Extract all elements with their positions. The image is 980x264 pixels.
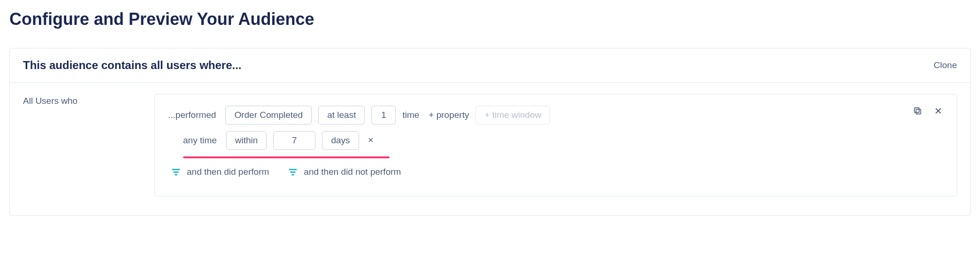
duplicate-icon[interactable] xyxy=(912,106,923,116)
add-property-button[interactable]: + property xyxy=(429,110,469,120)
highlight-underline xyxy=(183,156,390,158)
clone-button[interactable]: Clone xyxy=(934,60,957,70)
svg-rect-7 xyxy=(174,171,179,173)
page-title: Configure and Preview Your Audience xyxy=(9,9,971,29)
query-actions xyxy=(912,106,943,116)
svg-rect-9 xyxy=(289,169,297,171)
add-time-window-button[interactable]: + time window xyxy=(475,106,550,124)
count-input[interactable]: 1 xyxy=(371,106,396,124)
time-suffix-label: time xyxy=(402,110,419,120)
funnel-row: and then did perform and then did not pe… xyxy=(171,167,943,177)
svg-rect-11 xyxy=(292,174,295,176)
remove-time-window-icon[interactable] xyxy=(366,136,376,146)
within-select[interactable]: within xyxy=(226,131,267,150)
funnel-did-not-perform-label: and then did not perform xyxy=(304,167,401,177)
and-then-did-perform-button[interactable]: and then did perform xyxy=(171,167,269,177)
svg-rect-10 xyxy=(291,171,296,173)
performed-row: ...performed Order Completed at least 1 … xyxy=(168,106,943,124)
time-window-row: any time within 7 days xyxy=(168,131,943,150)
svg-rect-0 xyxy=(916,109,921,114)
close-icon[interactable] xyxy=(933,106,943,116)
query-box: ...performed Order Completed at least 1 … xyxy=(154,94,957,196)
time-value-input[interactable]: 7 xyxy=(273,131,315,150)
funnel-icon xyxy=(288,167,298,177)
svg-rect-1 xyxy=(914,108,919,112)
all-users-label: All Users who xyxy=(23,94,154,196)
event-select[interactable]: Order Completed xyxy=(225,106,312,124)
card-header: This audience contains all users where..… xyxy=(10,48,970,83)
any-time-label: any time xyxy=(183,135,217,146)
time-unit-select[interactable]: days xyxy=(322,131,359,150)
funnel-icon xyxy=(171,167,181,177)
card-body: All Users who ...performed xyxy=(10,83,970,215)
svg-rect-8 xyxy=(175,174,177,176)
card-header-title: This audience contains all users where..… xyxy=(23,59,242,72)
audience-card: This audience contains all users where..… xyxy=(9,48,971,216)
performed-label: ...performed xyxy=(168,110,216,120)
svg-rect-6 xyxy=(172,169,180,171)
and-then-did-not-perform-button[interactable]: and then did not perform xyxy=(288,167,401,177)
comparator-select[interactable]: at least xyxy=(318,106,365,124)
funnel-did-perform-label: and then did perform xyxy=(187,167,269,177)
